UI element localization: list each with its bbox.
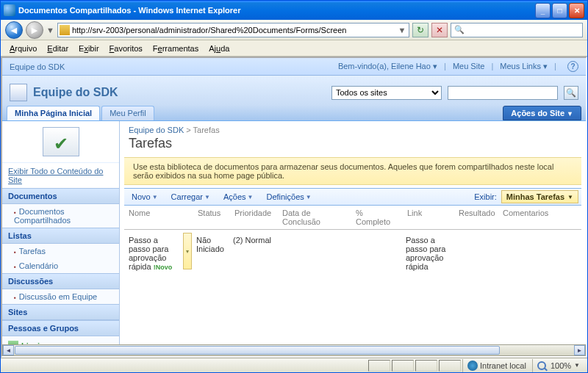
main-content: Equipe do SDK > Tarefas Tarefas Use esta… [120,121,586,344]
cell-nome[interactable]: Passo a passo para aprovação rápida !Nov… [124,233,183,274]
cell-resultado [453,233,497,239]
item-context-menu[interactable]: ▾ [183,233,192,269]
menu-bar: Arquivo Editar Exibir Favoritos Ferramen… [1,40,587,57]
cell-data [276,233,350,239]
ql-header-lists[interactable]: Listas [2,228,119,244]
bc-site-link[interactable]: Equipe do SDK [129,126,184,134]
my-site-link[interactable]: Meu Site [453,62,484,70]
nav-toolbar: ◄ ► ▼ ▼ ↻ ✕ 🔍 [1,20,587,40]
breadcrumb-root[interactable]: Equipe do SDK [10,62,65,71]
scroll-left-button[interactable]: ◄ [3,345,14,355]
cell-prioridade: (2) Normal [229,233,276,247]
window-titlebar: Documentos Compartilhados - Windows Inte… [1,1,587,20]
tab-profile[interactable]: Meu Perfil [101,106,154,120]
nav-dropdown-icon[interactable]: ▼ [46,26,54,35]
window-title: Documentos Compartilhados - Windows Inte… [18,6,535,15]
tab-home[interactable]: Minha Página Inicial [7,106,100,120]
col-data-conclusao[interactable]: Data de Conclusão [278,206,351,229]
quick-launch: Exibir Todo o Conteúdo do Site Documento… [2,121,120,344]
help-icon[interactable]: ? [567,61,578,72]
ql-header-people[interactable]: Pessoas e Grupos [2,320,119,336]
ql-item-calendar[interactable]: Calendário [2,258,119,273]
view-label: Exibir: [474,192,497,201]
cell-status: Não Iniciado [192,233,229,256]
table-header-row: Nome Status Prioridade Data de Conclusão… [124,206,581,230]
site-header: Equipe do SDK Todos os sites 🔍 [2,76,586,105]
maximize-button[interactable]: □ [552,3,567,18]
search-go-button[interactable]: 🔍 [564,86,578,100]
ql-header-docs[interactable]: Documentos [2,188,119,204]
search-scope-select[interactable]: Todos os sites [331,86,442,100]
table-row: Passo a passo para aprovação rápida !Nov… [124,230,581,274]
col-prioridade[interactable]: Prioridade [230,206,278,229]
col-status[interactable]: Status [193,206,230,229]
recycle-bin-link[interactable]: Lixeira [2,336,119,344]
ie-search-box[interactable]: 🔍 [451,23,583,37]
refresh-button[interactable]: ↻ [412,23,429,37]
ql-header-sites[interactable]: Sites [2,304,119,320]
stop-button[interactable]: ✕ [431,23,448,37]
content-breadcrumb: Equipe do SDK > Tarefas [120,121,586,134]
zoom-icon [537,361,546,370]
cell-pct [350,233,401,239]
list-title: Tarefas [120,134,586,157]
welcome-menu[interactable]: Bem-vindo(a), Eilene Hao ▾ [338,62,437,70]
menu-editar[interactable]: Editar [43,43,73,54]
ql-item-shared-docs[interactable]: Documentos Compartilhados [2,204,119,228]
cell-link[interactable]: Passo a passo para aprovação rápida [401,233,453,274]
ie-icon [4,4,15,16]
horizontal-scrollbar[interactable]: ◄ ► [2,344,586,356]
site-actions-menu[interactable]: Ações do Site▼ [503,106,581,120]
actions-menu[interactable]: Ações▼ [219,191,258,203]
view-all-content-link[interactable]: Exibir Todo o Conteúdo do Site [2,163,119,188]
menu-exibir[interactable]: Exibir [74,43,104,54]
security-zone: Intranet local [462,359,531,372]
address-bar[interactable]: ▼ [57,23,409,37]
address-dropdown-icon[interactable]: ▼ [397,26,407,35]
scroll-thumb[interactable] [15,346,500,355]
menu-arquivo[interactable]: Arquivo [5,43,41,54]
search-icon: 🔍 [454,25,465,35]
menu-ajuda[interactable]: Ajuda [204,43,234,54]
new-badge: !Novo [154,264,173,271]
list-toolbar: Novo▼ Carregar▼ Ações▼ Definições▼ Exibi… [124,188,581,206]
ql-item-tasks[interactable]: Tarefas [2,244,119,258]
col-pct-completo[interactable]: % Completo [351,206,403,229]
settings-menu[interactable]: Definições▼ [262,191,315,203]
scroll-right-button[interactable]: ► [574,345,585,355]
zone-icon [467,361,478,371]
bc-list-label: Tarefas [193,126,220,134]
upload-menu[interactable]: Carregar▼ [167,191,215,203]
site-logo-icon [10,84,27,101]
list-description: Use esta biblioteca de documentos para a… [124,157,581,185]
minimize-button[interactable]: _ [535,3,551,18]
menu-favoritos[interactable]: Favoritos [105,43,147,54]
list-icon [43,127,79,156]
close-button[interactable]: ✕ [569,3,584,18]
site-search-input[interactable] [448,86,558,100]
page-favicon [60,25,70,35]
my-links-menu[interactable]: Meus Links ▾ [500,62,548,70]
col-comentarios[interactable]: Comentarios [498,206,553,229]
ql-header-discussions[interactable]: Discussões [2,273,119,289]
col-link[interactable]: Link [403,206,454,229]
forward-button[interactable]: ► [26,21,43,39]
status-bar: Intranet local 100% ▼ [1,358,587,372]
global-nav: Equipe do SDK Bem-vindo(a), Eilene Hao ▾… [2,58,586,76]
site-title: Equipe do SDK [33,86,326,99]
col-resultado[interactable]: Resultado [454,206,498,229]
cell-comentarios [497,233,552,239]
view-selector[interactable]: Minhas Tarefas▼ [501,190,578,203]
address-input[interactable] [72,26,397,35]
ql-item-team-discussion[interactable]: Discussão em Equipe [2,289,119,304]
new-menu[interactable]: Novo▼ [127,191,162,203]
zoom-control[interactable]: 100% ▼ [532,359,584,372]
col-nome[interactable]: Nome [124,206,183,229]
back-button[interactable]: ◄ [5,21,23,39]
menu-ferramentas[interactable]: Ferramentas [148,43,203,54]
